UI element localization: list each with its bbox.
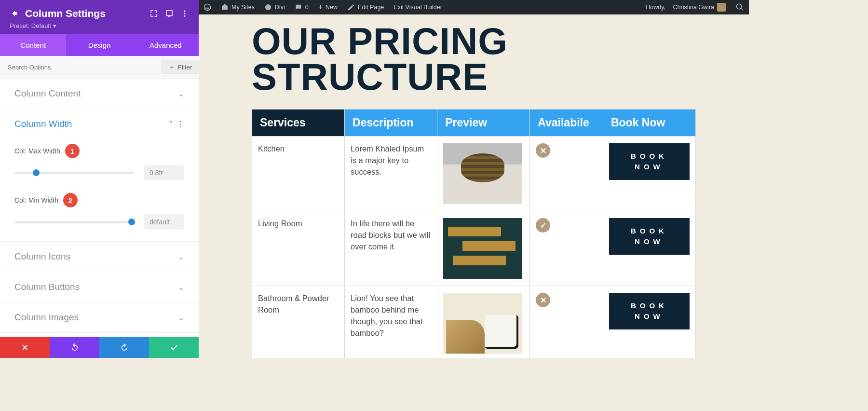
th-services: Services [252,110,345,137]
responsive-icon[interactable] [165,9,174,18]
expand-icon[interactable] [149,9,158,18]
section-column-width-header[interactable]: Column Width ˄ ⋮ [0,109,199,139]
exit-vb-link[interactable]: Exit Visual Builder [389,0,447,14]
slider-thumb[interactable] [33,169,40,176]
svg-point-2 [184,15,186,17]
section-column-content: Column Content ⌄ [0,79,199,109]
table-row: Kitchen Lorem Khaled Ipsum is a major ke… [252,137,696,211]
section-column-buttons-header[interactable]: Column Buttons ⌄ [0,272,199,302]
cell-preview [437,211,530,286]
plus-icon: ＋ [169,63,175,71]
cell-available: ✓ [530,211,603,286]
preset-label: Preset: Default [10,22,51,29]
kebab-icon[interactable] [180,9,189,18]
cell-preview [437,286,530,358]
cell-available: ✕ [530,286,603,358]
cell-book: BOOK NOW [603,286,695,358]
save-button[interactable] [149,337,199,358]
callout-2: 2 [63,193,78,207]
table-header-row: Services Description Preview Availabile … [252,110,696,137]
th-available: Availabile [530,110,603,137]
cell-service: Bathroom & Powder Room [252,286,345,358]
table-row: Bathroom & Powder Room Lion! You see tha… [252,286,696,358]
callout-1: 1 [65,144,80,158]
min-width-slider[interactable] [14,221,134,223]
redo-button[interactable] [99,337,149,358]
min-width-label: Col: Min Width 2 [14,193,184,207]
section-column-width: Column Width ˄ ⋮ Col: Max Width 1 0.8fr [0,109,199,242]
howdy-user[interactable]: Howdy, Christina Gwira [641,0,731,14]
cancel-button[interactable] [0,337,50,358]
cell-available: ✕ [530,137,603,211]
book-now-button[interactable]: BOOK NOW [609,143,690,180]
filter-button[interactable]: ＋ Filter [162,60,199,74]
wp-logo-icon[interactable] [199,0,216,14]
cell-book: BOOK NOW [603,137,695,211]
th-preview: Preview [437,110,530,137]
cell-description: In life there will be road blocks but we… [345,211,437,286]
max-width-slider[interactable] [14,172,134,174]
my-sites-link[interactable]: My Sites [216,0,259,14]
svg-point-4 [265,4,271,10]
cell-description: Lorem Khaled Ipsum is a major key to suc… [345,137,437,211]
comments-link[interactable]: 0 [290,0,313,14]
chevron-down-icon: ⌄ [178,252,184,261]
section-column-images: Column Images ⌄ [0,302,199,333]
section-column-content-header[interactable]: Column Content ⌄ [0,79,199,109]
cell-book: BOOK NOW [603,211,695,286]
search-icon[interactable] [731,0,749,14]
section-column-icons: Column Icons ⌄ [0,242,199,272]
tab-content[interactable]: Content [0,34,66,56]
max-width-value[interactable]: 0.8fr [144,165,184,180]
section-column-icons-header[interactable]: Column Icons ⌄ [0,242,199,272]
preview-image [443,293,522,354]
available-icon: ✓ [536,218,550,233]
section-column-images-header[interactable]: Column Images ⌄ [0,302,199,332]
filter-label: Filter [178,64,192,71]
book-now-button[interactable]: BOOK NOW [609,218,690,255]
cell-service: Kitchen [252,137,345,211]
max-width-label: Col: Max Width 1 [14,144,184,158]
th-description: Description [345,110,437,137]
undo-button[interactable] [50,337,99,358]
tab-design[interactable]: Design [66,34,132,56]
section-column-buttons: Column Buttons ⌄ [0,272,199,302]
tab-advanced[interactable]: Advanced [133,34,199,56]
preview-image [443,143,522,204]
plus-icon: + [318,3,323,12]
preview-image [443,218,522,279]
page-heading: OUR PRICING STRUCTURE [252,23,696,95]
table-row: Living Room In life there will be road b… [252,211,696,286]
chevron-up-icon: ˄ [169,120,173,129]
preset-selector[interactable]: Preset: Default ▾ [10,22,189,29]
book-now-button[interactable]: BOOK NOW [609,293,690,329]
chevron-down-icon: ⌄ [178,89,184,98]
slider-thumb[interactable] [128,219,135,225]
panel-body: Column Content ⌄ Column Width ˄ ⋮ Col: M… [0,79,199,337]
kebab-icon[interactable]: ⋮ [176,120,184,129]
page-canvas: My Sites Divi 0 +New Edit Page Exit Visu… [199,0,749,358]
cell-description: Lion! You see that bamboo behind me thou… [345,286,437,358]
th-book: Book Now [603,110,695,137]
divi-link[interactable]: Divi [259,0,290,14]
new-link[interactable]: +New [313,0,342,14]
panel-tabs: Content Design Advanced [0,34,199,56]
page-content: OUR PRICING STRUCTURE Services Descripti… [199,23,749,358]
panel-title: Column Settings [25,8,143,19]
pricing-table: Services Description Preview Availabile … [252,109,696,358]
svg-point-0 [184,10,186,12]
edit-page-link[interactable]: Edit Page [342,0,389,14]
back-icon[interactable] [10,9,18,18]
min-width-value[interactable]: default [144,214,184,230]
column-settings-panel: Column Settings Preset: Default ▾ Conten… [0,0,199,358]
svg-point-1 [184,13,186,14]
chevron-down-icon: ⌄ [178,283,184,292]
wp-admin-bar: My Sites Divi 0 +New Edit Page Exit Visu… [199,0,749,14]
chevron-down-icon: ▾ [53,22,56,29]
search-bar: ＋ Filter [0,56,199,79]
unavailable-icon: ✕ [536,293,550,307]
cell-service: Living Room [252,211,345,286]
panel-header: Column Settings Preset: Default ▾ [0,0,199,34]
chevron-down-icon: ⌄ [178,313,184,322]
search-input[interactable] [8,64,162,71]
